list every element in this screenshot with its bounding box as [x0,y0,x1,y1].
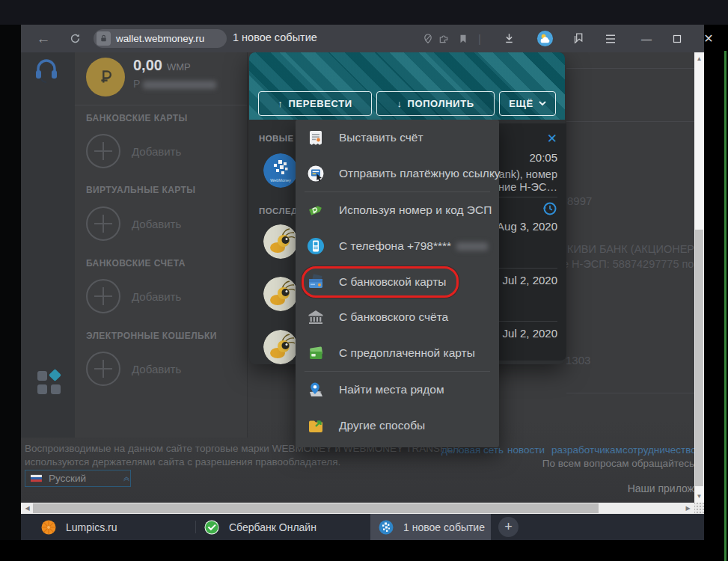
plus-circle-icon[interactable] [86,352,120,386]
topup-button[interactable]: ↓ ПОПОЛНИТЬ [376,91,495,116]
add-label[interactable]: Добавить [132,145,181,158]
add-bank-account-button[interactable]: Добавить [86,278,236,315]
menu-item-label: С предоплаченной карты [339,346,475,360]
history-date: Jul 2, 2020 [503,327,557,340]
desktop-bottom-margin [0,540,728,561]
menu-item-invoice[interactable]: Выставить счёт [296,120,499,156]
minimize-button[interactable]: — [636,25,657,52]
extension-icon[interactable] [435,25,452,52]
tab-webmoney-active[interactable]: 1 новое событие ✕ [370,514,491,540]
add-bank-card-button[interactable]: Добавить [86,132,236,170]
contact-avatar[interactable] [263,224,298,259]
menu-item-from-phone[interactable]: С телефона +798**** [296,228,499,264]
add-label[interactable]: Добавить [132,363,181,375]
menu-item-label: С телефона +798**** [339,239,451,253]
scroll-down-icon[interactable]: ▼ [694,493,704,500]
vertical-scrollbar-thumb[interactable] [695,230,703,486]
tab-lumpics[interactable]: Lumpics.ru [21,514,195,540]
support-headset-icon[interactable] [31,54,61,88]
russian-flag-icon [31,473,42,483]
plus-circle-icon[interactable] [86,279,120,313]
menu-item-label: Выставить счёт [339,131,423,144]
scroll-left-icon[interactable]: ◀ [22,505,32,512]
protect-pin-icon[interactable] [420,25,436,52]
scroll-up-icon[interactable]: ▲ [694,55,704,62]
topup-label: ПОПОЛНИТЬ [407,98,474,109]
scroll-right-icon[interactable]: ▶ [683,505,693,512]
browser-toolbar: ← wallet.webmoney.ru 1 новое событие | [21,25,704,52]
footer-link-cooperation[interactable]: сотрудничество [623,444,697,456]
menu-item-from-prepaid-card[interactable]: С предоплаченной карты [296,335,499,371]
collections-icon[interactable] [569,25,587,52]
payment-link-icon [307,165,325,183]
notification-close-icon[interactable]: ✕ [547,131,557,147]
menu-item-esp-code[interactable]: Используя номер и код ЭСП [296,192,499,228]
bg-text-esp: е Н-ЭСП: 58874297775 по за [563,258,694,270]
menu-item-from-bank-account[interactable]: С банковского счёта [296,299,499,335]
invoice-icon [307,129,325,147]
tab-sberbank[interactable]: Сбербанк Онлайн [196,514,370,540]
section-bank-cards: БАНКОВСКИЕ КАРТЫ [86,113,188,123]
horizontal-scrollbar-thumb[interactable] [33,503,599,513]
desktop-top-margin [0,0,728,25]
apps-grid-icon[interactable] [34,368,64,401]
transfer-button[interactable]: ↑ ПЕРЕВЕСТИ [258,91,372,116]
sberbank-favicon [204,520,219,535]
desktop-left-margin [0,25,21,540]
download-icon[interactable] [500,25,518,52]
maximize-button[interactable] [667,25,688,52]
lock-icon[interactable] [97,31,111,46]
webmoney-avatar[interactable]: WebMoney [263,153,298,188]
vertical-scrollbar[interactable]: ▲ ▼ [694,52,704,503]
url-text[interactable]: wallet.webmoney.ru [116,33,204,44]
contact-avatar[interactable] [263,330,298,364]
bookmark-icon[interactable] [455,25,471,52]
add-label[interactable]: Добавить [132,290,181,303]
language-label: Русский [49,473,86,484]
prepaid-card-icon [307,344,325,362]
plus-circle-icon[interactable] [86,206,120,241]
add-label[interactable]: Добавить [132,218,181,230]
close-window-button[interactable]: ✕ [698,25,719,52]
menu-item-payment-link[interactable]: Отправить платёжную ссылку [296,156,499,191]
menu-icon[interactable] [602,25,620,52]
refresh-icon[interactable] [64,25,85,52]
balance-amount: 0,00 [133,57,162,73]
add-virtual-card-button[interactable]: Добавить [86,205,236,242]
wallet-number-prefix: P [133,78,140,90]
tab-title[interactable]: Lumpics.ru [66,521,117,533]
horizontal-scrollbar[interactable]: ◀ ▶ [21,503,694,514]
add-ewallet-button[interactable]: Добавить [86,350,236,387]
bg-text-number2: 1303 [566,354,590,367]
contact-avatar[interactable] [263,277,298,311]
tab-title[interactable]: Сбербанк Онлайн [229,521,316,533]
tab-title[interactable]: 1 новое событие [403,521,485,533]
browser-tabbar: Lumpics.ru Сбербанк Онлайн 1 новое событ… [21,514,704,540]
new-tab-button[interactable]: + [498,517,519,537]
plus-circle-icon[interactable] [86,134,120,168]
ruble-wallet-icon[interactable] [86,58,125,96]
more-button[interactable]: ЕЩЁ [499,91,556,116]
footer-link-news[interactable]: новости [507,444,545,456]
history-date: Aug 3, 2020 [497,220,557,233]
topup-dropdown-menu: Выставить счёт Отправить платёжную ссылк… [296,120,499,447]
red-highlight-annotation [302,266,459,298]
more-label: ЕЩЁ [509,98,533,109]
blurred-wallet-number [143,81,216,89]
back-icon[interactable]: ← [33,25,54,52]
history-icon[interactable] [542,201,557,219]
menu-item-find-places[interactable]: Найти места рядом [296,372,499,408]
menu-item-label: Найти места рядом [339,383,444,396]
screen-artifact-line [724,51,727,561]
language-selector[interactable]: Русский [25,470,131,487]
menu-item-other-methods[interactable]: Другие способы [296,408,499,444]
bg-divider [566,393,694,393]
bg-text-bank: КИВИ БАНК (АКЦИОНЕРНОЕ [567,243,694,255]
resize-grip[interactable] [694,503,704,514]
weather-widget-icon[interactable] [535,25,554,52]
menu-item-label: Отправить платёжную ссылку [339,167,501,180]
wallet-balance: 0,00WMP [133,57,191,74]
section-bank-accounts: БАНКОВСКИЕ СЧЕТА [86,258,186,269]
footer-link-developers[interactable]: разработчикам [551,444,623,456]
address-bar[interactable]: wallet.webmoney.ru [94,29,227,48]
